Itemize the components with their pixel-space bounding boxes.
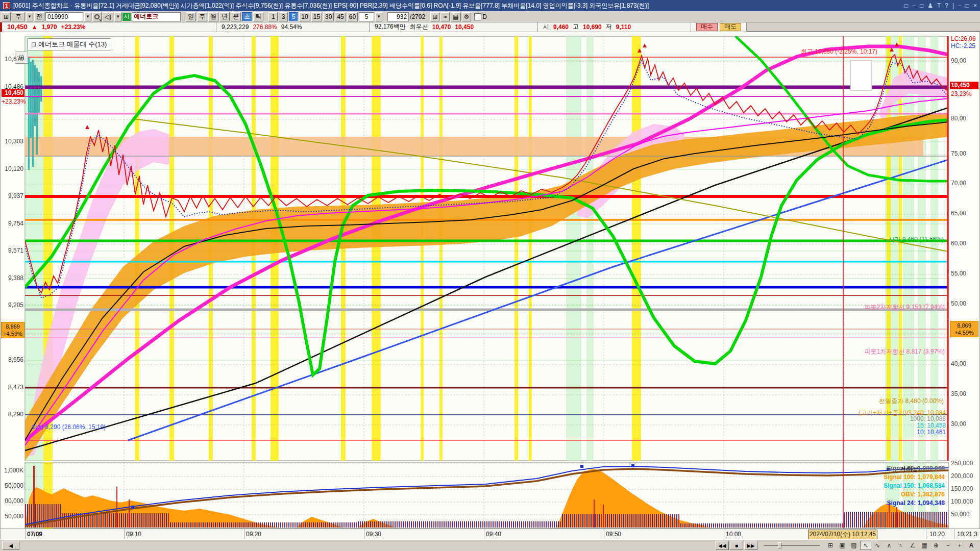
chart-area[interactable]: 에너토크 매물대 수(13) ⊞ 10,670 10,486 10,303 10… xyxy=(0,32,980,539)
stock-code-input[interactable]: 019990 xyxy=(45,12,83,21)
zoom-in-icon[interactable]: + xyxy=(954,541,965,550)
text-tool-icon[interactable]: T xyxy=(937,2,941,9)
interval-1[interactable]: 1 xyxy=(268,12,278,21)
stop-button[interactable]: ■ xyxy=(730,541,743,550)
d-checkbox[interactable] xyxy=(474,13,481,20)
low-annotation: 최저 8,290 (26.06%, 15:19) xyxy=(31,423,106,432)
replay-speed-slider[interactable] xyxy=(764,542,820,549)
chart-legend[interactable]: 에너토크 매물대 수(13) xyxy=(27,38,111,51)
bar-index-field[interactable]: 932 xyxy=(387,12,409,21)
cursor-tool-icon[interactable]: ↖ xyxy=(860,541,871,550)
trend-tool-icon[interactable]: ∿ xyxy=(872,541,883,550)
separator: | xyxy=(952,2,954,9)
stock-type-arrow-icon[interactable]: ▼ xyxy=(26,12,33,21)
vol-axis-right-label: 200,000 xyxy=(951,472,973,480)
search-button[interactable] xyxy=(92,12,102,21)
time-tick: 09:10 xyxy=(126,531,141,538)
screen-switch-icon[interactable]: ⊞ xyxy=(2,12,11,21)
signal24-label: Signal 24: 1,094,348 xyxy=(887,499,945,507)
period-month[interactable]: 월 xyxy=(208,12,218,21)
period-day[interactable]: 일 xyxy=(186,12,196,21)
time-tick: 09:40 xyxy=(486,531,501,538)
y-axis-label: 10,670 xyxy=(1,56,23,63)
volume-pane-title: 거래량 xyxy=(900,465,918,473)
minimize-icon[interactable]: – xyxy=(958,2,962,9)
band-price-marker: 8,869+4.59% xyxy=(1,322,24,338)
y-axis-right-label: 50,00 xyxy=(951,300,966,307)
magnifier-icon[interactable]: ⊕ xyxy=(930,541,942,550)
pivot1-annotation: 피봇1차저항선 8,817 (3.97%) xyxy=(865,347,945,356)
settings-gear-icon[interactable]: ⚙ xyxy=(462,12,472,21)
period-second[interactable]: 초 xyxy=(242,12,252,21)
pattern-tool-icon[interactable]: ▦ xyxy=(919,541,930,550)
high-label: 고 xyxy=(573,22,579,31)
legend-label: 에너토크 매물대 수(13) xyxy=(38,40,107,49)
vol-axis-label: 50,000 xyxy=(1,513,23,520)
maximize-icon[interactable]: □ xyxy=(966,2,969,9)
chart-toolbar: ⊞ 주 ▼ 전 019990 ▼ ◁) ▼ 시 에너토크 일 주 월 년 분 초… xyxy=(0,11,980,22)
y-axis-right-label: 65,00 xyxy=(951,210,966,217)
legend-swatch-icon xyxy=(32,42,36,46)
interval-60[interactable]: 60 xyxy=(347,12,358,21)
trendline-icon[interactable]: ≈ xyxy=(440,12,450,21)
market-status-badge: 시 xyxy=(122,13,131,21)
peak-tool-icon[interactable]: ∧ xyxy=(884,541,895,550)
current-pct-marker: +23.23% xyxy=(2,98,24,105)
y-axis-label: 9,571 xyxy=(1,247,23,254)
compare-icon[interactable]: ⊞ xyxy=(430,12,439,21)
angle-tool-icon[interactable]: ∠ xyxy=(907,541,918,550)
pin-icon[interactable]: ♟ xyxy=(927,2,933,9)
copy-window-icon[interactable]: □ xyxy=(904,2,908,9)
period-minute[interactable]: 분 xyxy=(231,12,241,21)
ma-value-label: 15: 10,458 xyxy=(917,422,946,429)
volume: 9,223,229 xyxy=(222,23,249,31)
interval-5[interactable]: 5 xyxy=(289,12,298,21)
help-icon[interactable]: ? xyxy=(945,2,948,9)
title-bar[interactable]: 1 [0601] 주식종합차트 - 유통비율[72.1] 거래대금[92,080… xyxy=(0,0,980,11)
strength: 94.54% xyxy=(281,23,302,31)
ma-value-label: 1000: 10,088 xyxy=(910,415,946,422)
obv-label: OBV: 1,382,876 xyxy=(901,491,945,498)
period-year[interactable]: 년 xyxy=(219,12,230,21)
buy-button[interactable]: 매수 xyxy=(696,23,718,31)
interval-arrow-icon[interactable]: ▼ xyxy=(375,12,382,21)
stock-name-field[interactable]: 에너토크 xyxy=(132,12,181,21)
shade-icon[interactable]: – xyxy=(912,2,916,9)
interval-30[interactable]: 30 xyxy=(323,12,334,21)
y-axis-right-label: 55,00 xyxy=(951,270,966,277)
sound-arrow-icon[interactable]: ▼ xyxy=(114,12,121,21)
save-icon[interactable]: ▤ xyxy=(451,12,460,21)
rewind-button[interactable]: ◀◀ xyxy=(716,541,729,550)
period-tick[interactable]: 틱 xyxy=(253,12,263,21)
cascade-icon[interactable]: ▣ xyxy=(837,541,848,550)
forward-button[interactable]: ▶▶ xyxy=(744,541,757,550)
y-axis-label: 9,388 xyxy=(1,274,23,282)
code-dropdown-icon[interactable]: ▼ xyxy=(84,12,91,21)
time-axis[interactable]: 07/09 09:10 09:20 09:30 09:40 09:50 10:0… xyxy=(1,529,980,540)
period-week[interactable]: 주 xyxy=(197,12,207,21)
sell-button[interactable]: 매도 xyxy=(720,23,741,31)
interval-15[interactable]: 15 xyxy=(311,12,322,21)
interval-3[interactable]: 3 xyxy=(279,12,288,21)
font-size-icon[interactable]: A xyxy=(966,541,977,550)
restore-icon[interactable]: □ xyxy=(920,2,923,9)
y-axis-right-label: 90,00 xyxy=(951,57,966,64)
y-axis-right-label: 30,00 xyxy=(951,420,966,428)
lc-value: LC:26,06 xyxy=(951,35,976,42)
layout-icon[interactable]: ⊞ xyxy=(825,541,836,550)
stock-type-combo[interactable]: 주 xyxy=(12,12,25,21)
region-select-icon[interactable]: ▨ xyxy=(848,541,860,550)
best-ask: 10,470 xyxy=(432,23,451,31)
sound-button[interactable]: ◁) xyxy=(103,12,113,21)
interval-10[interactable]: 10 xyxy=(299,12,310,21)
vol-axis-right-label: 250,000 xyxy=(951,460,973,467)
zoom-out-icon[interactable]: − xyxy=(942,541,953,550)
interval-combo[interactable]: 5 xyxy=(359,12,374,21)
y-axis-right-label: 35,00 xyxy=(951,390,966,397)
wave-tool-icon[interactable]: ≈ xyxy=(895,541,906,550)
scroll-left-button[interactable]: ◀ xyxy=(2,541,19,550)
interval-45[interactable]: 45 xyxy=(335,12,346,21)
vol-axis-label: 00,000 xyxy=(1,497,23,505)
prev-stock-button[interactable]: 전 xyxy=(34,12,44,21)
close-icon[interactable]: × xyxy=(973,2,977,9)
